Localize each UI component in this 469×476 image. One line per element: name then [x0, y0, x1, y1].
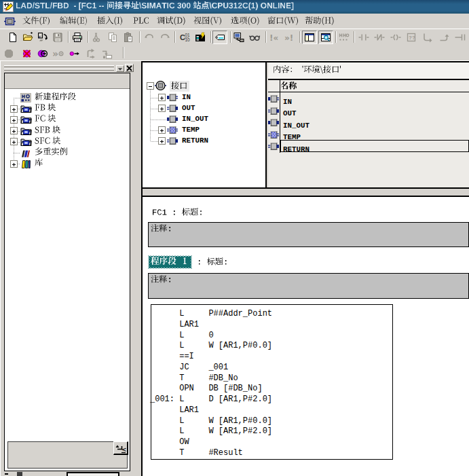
table-cell-name[interactable]: RETURN	[280, 140, 469, 152]
tree-expander-sfc[interactable]	[10, 138, 18, 145]
mdi-child-icon[interactable]	[4, 17, 16, 26]
resume-button[interactable]	[67, 47, 82, 60]
menu-item-plc[interactable]	[133, 16, 149, 27]
interface-root-expander[interactable]	[147, 82, 154, 90]
stl-code-box[interactable]: L P##Addr_Point LAR1 L 0 L W [AR1,P#0.0]…	[151, 304, 393, 460]
tree-expander-lib[interactable]	[10, 160, 18, 168]
name-header-text	[280, 81, 297, 92]
t-branch-button[interactable]	[453, 31, 468, 44]
close-block-button[interactable]	[100, 47, 115, 60]
panel-close-button[interactable]	[125, 64, 134, 72]
table-row[interactable]: TEMP	[268, 128, 469, 141]
download-button[interactable]	[193, 31, 208, 44]
block-comment-box[interactable]	[148, 222, 469, 247]
svg-text:»: »	[53, 48, 58, 59]
copy-button[interactable]	[105, 31, 120, 44]
goto-prev-error-button[interactable]: !«	[267, 31, 282, 44]
table-row[interactable]: RETURN	[268, 140, 469, 152]
table-row[interactable]: OUT	[268, 105, 469, 117]
tree-item-lib[interactable]	[35, 158, 43, 169]
menu-item-help[interactable]	[305, 16, 335, 27]
interface-root-label	[171, 81, 188, 92]
print-button[interactable]	[70, 31, 85, 44]
interface-return-expander[interactable]	[158, 137, 166, 145]
tree-item-return[interactable]: RETURN	[182, 136, 208, 145]
breakpoint-button[interactable]	[1, 47, 16, 60]
coil-button[interactable]	[388, 31, 403, 44]
open-block-button[interactable]	[83, 47, 98, 60]
table-cell-name[interactable]: TEMP	[280, 128, 469, 141]
menu-item-window[interactable]	[267, 16, 299, 27]
delete-breakpoints-button[interactable]	[20, 47, 35, 60]
open-branch-button[interactable]	[420, 31, 435, 44]
tree-expander-fc[interactable]	[10, 116, 18, 124]
tree-item-in[interactable]: IN	[182, 93, 191, 101]
name-column-header[interactable]	[268, 80, 469, 92]
stl-code[interactable]: L P##Addr_Point LAR1 L 0 L W [AR1,P#0.0]…	[150, 309, 272, 459]
tree-item-out[interactable]: OUT	[182, 104, 195, 112]
tree-expander-sfb[interactable]	[10, 127, 18, 134]
table-cell-name[interactable]: IN	[280, 92, 469, 105]
menu-item-view[interactable]	[193, 16, 222, 27]
t-branch-icon	[455, 32, 466, 43]
goto-prev-icon: !«	[269, 32, 280, 43]
network-comment-box[interactable]	[148, 273, 469, 299]
interface-out-expander[interactable]	[158, 105, 166, 112]
cut-button[interactable]	[90, 31, 105, 44]
menu-item-file[interactable]	[22, 16, 50, 27]
save-button[interactable]	[50, 31, 65, 44]
interface-in-expander[interactable]	[158, 94, 166, 101]
undo-button[interactable]	[142, 31, 157, 44]
interface-temp-expander[interactable]	[158, 126, 166, 134]
open-button[interactable]	[20, 31, 35, 44]
monitor-button[interactable]	[247, 31, 262, 44]
menu-item-insert[interactable]	[97, 16, 124, 27]
table-cell-name[interactable]: OUT	[280, 105, 469, 117]
tree-item-newnet[interactable]	[35, 92, 76, 103]
tree-item-temp[interactable]: TEMP	[182, 126, 200, 134]
tree-item-fb[interactable]	[35, 103, 56, 114]
tree-item-interface[interactable]	[170, 81, 189, 92]
block-header[interactable]	[152, 208, 204, 219]
breakpoints-active-button[interactable]	[35, 47, 50, 60]
svg-text:<: <	[121, 446, 126, 453]
overview-button[interactable]	[302, 31, 317, 44]
panel-gripper[interactable]	[4, 69, 114, 71]
panel-gripper[interactable]	[4, 65, 114, 67]
table-cell-name[interactable]: IN_OUT	[280, 116, 469, 128]
next-breakpoint-button[interactable]: »	[51, 47, 66, 60]
tree-item-sfc[interactable]	[35, 136, 61, 147]
panel-menu-button[interactable]	[116, 65, 124, 72]
tree-expander-fb[interactable]	[10, 105, 18, 113]
memory-card-button[interactable]	[35, 31, 50, 44]
footer-tab-button[interactable]: <	[113, 441, 128, 455]
menu-item-options[interactable]	[231, 16, 260, 27]
menu-item-debug[interactable]	[157, 16, 186, 27]
empty-box-button[interactable]: ??	[404, 31, 419, 44]
new-button[interactable]	[5, 31, 20, 44]
close-branch-button[interactable]	[436, 31, 451, 44]
breakpoints-active-icon	[37, 48, 48, 59]
table-row[interactable]: IN_OUT	[268, 116, 469, 128]
paste-button[interactable]	[121, 31, 136, 44]
contact-no-button[interactable]	[356, 31, 371, 44]
call-structure-button[interactable]: C0110	[177, 31, 192, 44]
var-out-icon	[268, 107, 279, 115]
detail-view-button[interactable]	[318, 31, 333, 44]
toolbar-separator	[174, 31, 176, 43]
tree-item-sfb[interactable]	[35, 126, 61, 136]
tree-item-multi[interactable]	[35, 147, 68, 158]
tree-item-in_out[interactable]: IN_OUT	[182, 115, 208, 123]
station-address-button[interactable]	[231, 31, 246, 44]
contact-nc-button[interactable]	[372, 31, 387, 44]
symbol-info-button[interactable]	[212, 31, 227, 44]
goto-next-error-button[interactable]: »!	[282, 31, 297, 44]
toolbar-separator	[88, 31, 89, 43]
table-row[interactable]: IN	[268, 92, 469, 105]
app-icon[interactable]	[3, 1, 14, 12]
network-title-button[interactable]	[337, 31, 352, 44]
network-label-selected[interactable]	[149, 256, 191, 268]
tree-item-fc[interactable]	[35, 114, 56, 125]
redo-button[interactable]	[157, 31, 172, 44]
menu-item-edit[interactable]	[60, 16, 88, 27]
